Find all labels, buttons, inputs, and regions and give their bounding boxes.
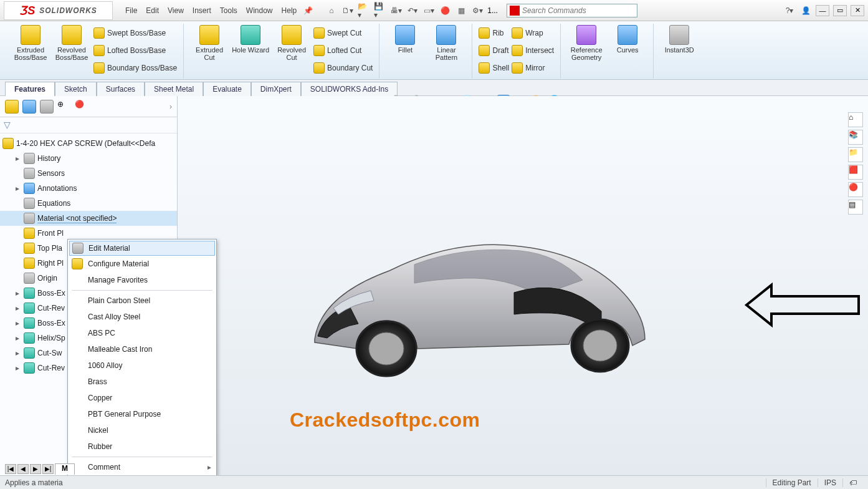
ctx-mat-4[interactable]: 1060 Alloy [69,357,215,374]
rail-view-icon[interactable]: 🟥 [848,165,863,180]
tab-sheetmetal[interactable]: Sheet Metal [145,82,203,96]
ctx-manage-favorites[interactable]: Manage Favorites [69,272,215,288]
intersect-button[interactable]: Intersect [512,42,554,59]
tab-features[interactable]: Features [5,82,55,96]
tree-root[interactable]: 1-4-20 HEX CAP SCREW (Default<<Defa [0,136,177,151]
ctx-mat-8[interactable]: Nickel [69,422,215,438]
rib-button[interactable]: Rib [479,25,509,41]
ctx-mat-3[interactable]: Malleable Cast Iron [69,341,215,357]
rail-home-icon[interactable]: ⌂ [848,112,863,127]
filter-funnel-icon[interactable]: ▽ [4,120,15,131]
curves-button[interactable]: Curves [608,25,647,54]
dimxpert-tab-icon[interactable]: ⊕ [57,100,71,114]
tab-addins[interactable]: SOLIDWORKS Add-Ins [301,82,398,96]
ctx-edit-material[interactable]: Edit Material [69,241,215,256]
sheet-prev-icon[interactable]: ◀ [17,464,29,474]
close-button[interactable]: ✕ [851,5,864,16]
tree-filter-bar: ▽ [0,117,177,133]
panel-expand-icon[interactable]: › [169,102,172,111]
boundary-boss-button[interactable]: Boundary Boss/Base [93,60,177,76]
rail-file-icon[interactable]: 📁 [848,147,863,162]
ctx-mat-5[interactable]: Brass [69,374,215,390]
tree-material[interactable]: Material <not specified> [0,211,177,226]
ctx-comment[interactable]: Comment▸ [69,459,215,475]
extruded-cut-button[interactable]: Extruded Cut [190,25,229,61]
print-icon[interactable]: 🖶▾ [390,4,403,17]
extruded-boss-button[interactable]: Extruded Boss/Base [11,25,50,61]
ctx-mat-7[interactable]: PBT General Purpose [69,406,215,422]
sheet-last-icon[interactable]: ▶| [42,464,54,474]
menu-window[interactable]: Window [246,6,273,15]
menu-help[interactable]: Help [282,6,297,15]
shell-button[interactable]: Shell [479,60,509,76]
reference-geometry-button[interactable]: Reference Geometry [567,25,606,61]
ctx-mat-2[interactable]: ABS PC [69,325,215,341]
save-icon[interactable]: 💾▾ [374,4,386,17]
command-search[interactable] [507,4,637,17]
fillet-button[interactable]: Fillet [386,25,424,54]
tab-surfaces[interactable]: Surfaces [97,82,145,96]
feature-icon [24,362,35,374]
sheet-tab[interactable]: M [55,463,75,475]
swept-boss-button[interactable]: Swept Boss/Base [93,25,177,41]
ctx-mat-9[interactable]: Rubber [69,438,215,455]
menu-file[interactable]: File [125,6,137,15]
status-tags-icon[interactable]: 🏷 [842,478,863,487]
ctx-configure-material[interactable]: Configure Material [69,256,215,272]
tree-annotations[interactable]: ▸Annotations [0,181,177,196]
search-input[interactable] [522,6,634,15]
menu-insert[interactable]: Insert [193,6,211,15]
sheet-next-icon[interactable]: ▶ [30,464,41,474]
new-icon[interactable]: 🗋▾ [341,4,354,17]
sheet-first-icon[interactable]: |◀ [5,464,16,474]
revolved-cut-button[interactable]: Revolved Cut [272,25,311,61]
display-tab-icon[interactable]: 🔴 [75,100,88,114]
tab-sketch[interactable]: Sketch [55,82,97,96]
menu-edit[interactable]: Edit [146,6,159,15]
graphics-area[interactable]: Crackedsoftpc.com [178,96,868,475]
undo-icon[interactable]: ↶▾ [406,4,419,17]
menu-view[interactable]: View [168,6,184,15]
draft-button[interactable]: Draft [479,42,509,59]
mirror-button[interactable]: Mirror [512,60,554,76]
pin-icon[interactable]: 📌 [302,4,314,17]
rail-custom-icon[interactable]: ▤ [848,200,863,215]
home-icon[interactable]: ⌂ [325,4,338,17]
config-tab-icon[interactable] [40,100,54,114]
swept-cut-button[interactable]: Swept Cut [313,25,373,41]
history-icon [24,153,35,164]
lofted-boss-button[interactable]: Lofted Boss/Base [93,42,177,59]
status-units[interactable]: IPS [818,478,842,487]
user-icon[interactable]: 👤 [799,4,812,17]
options-grid-icon[interactable]: ▦ [455,4,467,17]
rail-appearance-icon[interactable]: 🔴 [848,182,863,197]
menu-tools[interactable]: Tools [220,6,237,15]
property-tab-icon[interactable] [22,100,36,114]
settings-icon[interactable]: ⚙▾ [471,4,484,17]
ctx-mat-0[interactable]: Plain Carbon Steel [69,293,215,309]
help-icon[interactable]: ?▾ [783,4,796,17]
tab-evaluate[interactable]: Evaluate [203,82,251,96]
tree-history[interactable]: ▸History [0,151,177,166]
rail-library-icon[interactable]: 📚 [848,130,863,145]
boundary-cut-button[interactable]: Boundary Cut [313,60,373,76]
select-icon[interactable]: ▭▾ [422,4,435,17]
tree-sensors[interactable]: Sensors [0,166,177,181]
tree-equations[interactable]: Equations [0,196,177,211]
qat-number: 1... [487,6,498,15]
hole-wizard-button[interactable]: Hole Wizard [231,25,270,54]
minimize-button[interactable]: — [816,5,829,16]
open-icon[interactable]: 📂▾ [358,4,370,17]
restore-button[interactable]: ▭ [833,5,847,16]
lofted-cut-button[interactable]: Lofted Cut [313,42,373,59]
ctx-mat-6[interactable]: Copper [69,390,215,406]
ctx-mat-1[interactable]: Cast Alloy Steel [69,309,215,325]
feature-tree-tab-icon[interactable] [5,100,19,114]
linear-pattern-button[interactable]: Linear Pattern [427,25,465,61]
plane-icon [24,228,35,239]
rebuild-icon[interactable]: 🔴 [439,4,451,17]
wrap-button[interactable]: Wrap [512,25,554,41]
revolved-boss-button[interactable]: Revolved Boss/Base [52,25,91,61]
instant3d-button[interactable]: Instant3D [660,25,699,54]
tab-dimxpert[interactable]: DimXpert [251,82,301,96]
